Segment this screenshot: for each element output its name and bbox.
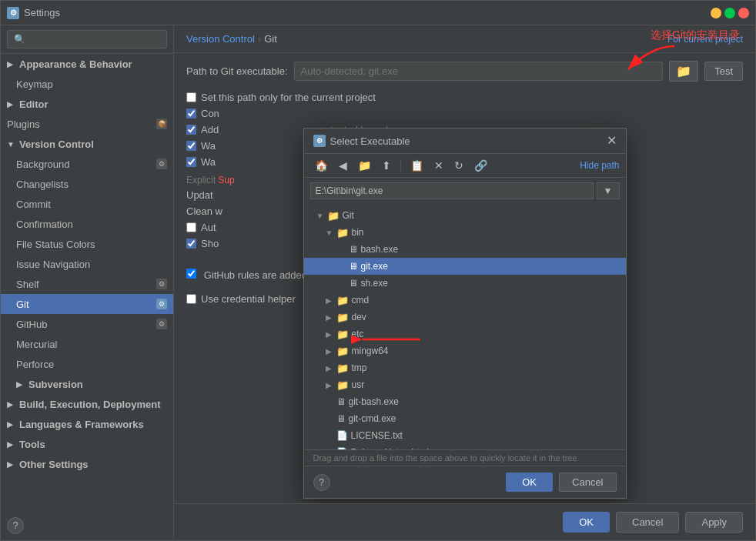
chevron-icon — [7, 440, 16, 449]
folder-icon: 📁 — [336, 295, 349, 306]
maximize-button[interactable] — [724, 8, 735, 18]
dialog-path-dropdown[interactable]: ▼ — [597, 182, 620, 199]
sidebar-item-version-control[interactable]: Version Control — [1, 134, 173, 154]
sidebar-item-changelists[interactable]: Changelists — [1, 174, 173, 194]
toolbar-back-button[interactable]: ◀ — [334, 157, 352, 174]
tree-item-git-bash[interactable]: 🖥 git-bash.exe — [304, 393, 626, 410]
sidebar-item-background[interactable]: Background ⚙ — [1, 154, 173, 174]
dialog-cancel-button[interactable]: Cancel — [559, 473, 616, 492]
sidebar-item-shelf[interactable]: Shelf ⚙ — [1, 274, 173, 294]
sidebar-item-mercurial[interactable]: Mercurial — [1, 334, 173, 354]
close-button[interactable] — [738, 8, 749, 18]
tree-toggle: ▶ — [326, 296, 336, 305]
sidebar-item-keymap[interactable]: Keymap — [1, 74, 173, 94]
minimize-button[interactable] — [711, 8, 721, 18]
toolbar-link-button[interactable]: 🔗 — [470, 157, 492, 174]
path-label: Path to Git executable: — [186, 65, 288, 77]
tree-item-dev[interactable]: ▶ 📁 dev — [304, 309, 626, 326]
sidebar-item-confirmation[interactable]: Confirmation — [1, 214, 173, 234]
toolbar-up-button[interactable]: ⬆ — [377, 157, 396, 174]
tree-toggle: ▼ — [326, 229, 336, 237]
tree-item-cmd[interactable]: ▶ 📁 cmd — [304, 292, 626, 309]
breadcrumb-separator: › — [258, 33, 261, 45]
tree-item-usr[interactable]: ▶ 📁 usr — [304, 376, 626, 393]
search-input[interactable] — [7, 30, 167, 48]
sidebar-item-label: Other Settings — [19, 459, 89, 470]
toolbar-new-folder-button[interactable]: 📁 — [353, 157, 376, 174]
ok-button[interactable]: OK — [563, 512, 610, 533]
chevron-icon — [7, 60, 16, 68]
tree-item-release-notes[interactable]: 📄 ReleaseNotes.html — [304, 444, 626, 450]
tree-item-mingw64[interactable]: ▶ 📁 mingw64 — [304, 342, 626, 359]
title-bar: ⚙ Settings — [1, 1, 755, 25]
bottom-action-bar: OK Cancel Apply — [174, 503, 755, 540]
help-button[interactable]: ? — [7, 517, 24, 534]
sidebar-item-build[interactable]: Build, Execution, Deployment — [1, 394, 173, 414]
path-row: Path to Git executable: 📁 Test — [174, 53, 755, 89]
dialog-path-input[interactable] — [310, 182, 594, 199]
tree-item-git-cmd[interactable]: 🖥 git-cmd.exe — [304, 410, 626, 427]
sidebar-item-subversion[interactable]: Subversion — [1, 374, 173, 394]
dialog-help-button[interactable]: ? — [313, 474, 330, 491]
toolbar-delete-button[interactable]: ✕ — [430, 157, 448, 174]
tree-item-tmp[interactable]: ▶ 📁 tmp — [304, 359, 626, 376]
sidebar-item-github[interactable]: GitHub ⚙ — [1, 314, 173, 334]
folder-icon: 📁 — [336, 312, 349, 323]
toolbar-home-button[interactable]: 🏠 — [310, 157, 333, 174]
toolbar-refresh-button[interactable]: ↻ — [450, 157, 468, 174]
sidebar-item-plugins[interactable]: Plugins 📦 — [1, 114, 173, 134]
breadcrumb-git: Git — [264, 33, 277, 45]
sidebar-badge: ⚙ — [156, 159, 167, 169]
sidebar-item-label: GitHub — [16, 319, 47, 330]
path-input[interactable] — [294, 62, 664, 81]
sidebar-item-perforce[interactable]: Perforce — [1, 354, 173, 374]
apply-button[interactable]: Apply — [685, 512, 743, 533]
window-controls — [711, 8, 749, 18]
breadcrumb: Version Control › Git — [186, 33, 277, 45]
for-current-project-link[interactable]: For current project — [667, 34, 743, 45]
dialog-ok-button[interactable]: OK — [506, 473, 553, 492]
sidebar-item-appearance[interactable]: Appearance & Behavior — [1, 54, 173, 74]
sidebar-item-git[interactable]: Git ⚙ — [1, 294, 173, 314]
folder-icon: 📁 — [336, 379, 349, 391]
toolbar-copy-button[interactable]: 📋 — [406, 157, 428, 174]
tree-item-sh-exe[interactable]: 🖥 sh.exe — [304, 275, 626, 292]
hide-path-link[interactable]: Hide path — [580, 160, 619, 171]
folder-icon: 📁 — [327, 210, 340, 222]
main-panel: 选择Git的安装目录 Version Control — [174, 25, 755, 540]
sidebar-item-tools[interactable]: Tools — [1, 434, 173, 454]
folder-icon: 📁 — [336, 346, 349, 357]
tree-item-etc[interactable]: ▶ 📁 etc — [304, 326, 626, 342]
sidebar-item-label: Editor — [19, 99, 49, 110]
dialog-overlay: ⚙ Select Executable ✕ 🏠 ◀ 📁 ⬆ 📋 — [174, 89, 755, 503]
sidebar-item-languages[interactable]: Languages & Frameworks — [1, 414, 173, 434]
sidebar-item-issue-navigation[interactable]: Issue Navigation — [1, 254, 173, 274]
sidebar-item-commit[interactable]: Commit — [1, 194, 173, 214]
tree-toggle: ▼ — [316, 212, 327, 220]
tree-item-git[interactable]: ▼ 📁 Git — [304, 207, 626, 224]
tree-item-git-exe[interactable]: 🖥 git.exe — [304, 258, 626, 275]
sidebar-item-label: Changelists — [16, 179, 69, 190]
sidebar-item-label: Background — [16, 159, 69, 170]
sidebar-item-other-settings[interactable]: Other Settings — [1, 454, 173, 474]
sidebar-item-file-status[interactable]: File Status Colors — [1, 234, 173, 254]
file-tree[interactable]: ▼ 📁 Git ▼ 📁 bin — [304, 204, 626, 450]
dialog-close-button[interactable]: ✕ — [607, 135, 617, 147]
sidebar-item-label: Plugins — [7, 119, 40, 130]
tree-item-license[interactable]: 📄 LICENSE.txt — [304, 427, 626, 444]
tree-item-label: tmp — [352, 362, 367, 373]
sidebar-item-label: Languages & Frameworks — [19, 419, 144, 430]
test-button[interactable]: Test — [704, 62, 743, 81]
sidebar-item-label: Appearance & Behavior — [19, 58, 132, 70]
exe-icon: 🖥 — [336, 413, 346, 424]
tree-item-bin[interactable]: ▼ 📁 bin — [304, 224, 626, 241]
tree-item-bash-exe[interactable]: 🖥 bash.exe — [304, 241, 626, 258]
sidebar-item-label: Perforce — [16, 359, 54, 370]
tree-item-label: bash.exe — [361, 244, 399, 255]
sidebar-item-label: Subversion — [28, 379, 83, 390]
folder-browse-button[interactable]: 📁 — [669, 61, 698, 82]
sidebar-item-editor[interactable]: Editor — [1, 94, 173, 114]
sidebar-item-label: Version Control — [19, 139, 94, 150]
breadcrumb-version-control[interactable]: Version Control — [186, 33, 255, 45]
cancel-button[interactable]: Cancel — [616, 512, 679, 533]
